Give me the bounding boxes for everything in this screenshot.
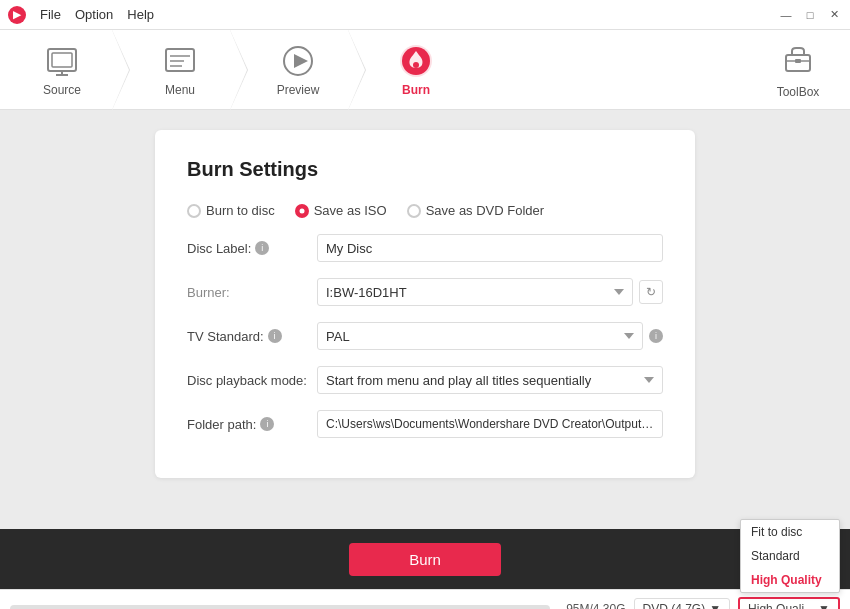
step-source[interactable]: Source — [12, 30, 112, 110]
svg-marker-9 — [294, 54, 308, 68]
playback-mode-wrap: Start from menu and play all titles sequ… — [317, 366, 663, 394]
progress-bar — [10, 605, 550, 610]
burner-row: Burner: I:BW-16D1HT ↻ — [187, 278, 663, 306]
playback-mode-label: Disc playback mode: — [187, 373, 317, 388]
toolbar: Source Menu Preview Bur — [0, 30, 850, 110]
quality-option-standard[interactable]: Standard — [741, 544, 839, 568]
folder-path-row: Folder path: i — [187, 410, 663, 438]
disc-label-row: Disc Label: i — [187, 234, 663, 262]
menu-bar: File Option Help — [40, 7, 154, 22]
menu-label: Menu — [165, 83, 195, 97]
folder-path-info-icon[interactable]: i — [260, 417, 274, 431]
radio-label-iso: Save as ISO — [314, 203, 387, 218]
close-button[interactable]: ✕ — [826, 7, 842, 23]
quality-dropdown: Fit to disc Standard High Quality — [740, 519, 840, 593]
tv-standard-select[interactable]: PAL NTSC — [317, 322, 643, 350]
tv-standard-info-icon[interactable]: i — [268, 329, 282, 343]
burn-icon — [398, 43, 434, 79]
quality-wrap: High Quali... ▼ Fit to disc Standard Hig… — [738, 597, 840, 610]
step-arrow-inner-preview — [348, 30, 365, 110]
step-menu[interactable]: Menu — [130, 30, 230, 110]
svg-rect-15 — [795, 59, 801, 63]
settings-title: Burn Settings — [187, 158, 663, 181]
maximize-button[interactable]: □ — [802, 7, 818, 23]
menu-option[interactable]: Option — [75, 7, 113, 22]
tv-standard-row: TV Standard: i PAL NTSC i — [187, 322, 663, 350]
disc-type-button[interactable]: DVD (4.7G) ▼ — [634, 598, 731, 610]
burner-select[interactable]: I:BW-16D1HT — [317, 278, 633, 306]
svg-rect-1 — [52, 53, 72, 67]
window-controls: — □ ✕ — [778, 7, 842, 23]
step-arrow-inner-menu — [230, 30, 247, 110]
radio-circle-iso — [295, 204, 309, 218]
folder-path-wrap — [317, 410, 663, 438]
burner-label: Burner: — [187, 285, 317, 300]
radio-circle-burn — [187, 204, 201, 218]
quality-option-fit-to-disc[interactable]: Fit to disc — [741, 520, 839, 544]
app-logo: ▶ — [8, 6, 26, 24]
folder-path-label: Folder path: i — [187, 417, 317, 432]
source-label: Source — [43, 83, 81, 97]
burn-label: Burn — [402, 83, 430, 97]
svg-point-12 — [413, 62, 419, 68]
radio-save-as-iso[interactable]: Save as ISO — [295, 203, 387, 218]
quality-option-high-quality[interactable]: High Quality — [741, 568, 839, 592]
quality-label: High Quali... — [748, 602, 814, 610]
tv-standard-label: TV Standard: i — [187, 329, 317, 344]
tv-standard-info2-icon[interactable]: i — [649, 329, 663, 343]
status-disc-wrap: DVD (4.7G) ▼ — [634, 598, 731, 610]
playback-mode-select[interactable]: Start from menu and play all titles sequ… — [317, 366, 663, 394]
status-size: 95M/4.30G — [566, 602, 625, 610]
quality-arrow: ▼ — [818, 602, 830, 610]
toolbox-label: ToolBox — [777, 85, 820, 99]
statusbar: 95M/4.30G DVD (4.7G) ▼ High Quali... ▼ F… — [0, 589, 850, 609]
source-icon — [44, 43, 80, 79]
burn-bar: Burn — [0, 529, 850, 589]
disc-label-label: Disc Label: i — [187, 241, 317, 256]
step-nav: Source Menu Preview Bur — [12, 30, 758, 110]
step-arrow-inner-source — [112, 30, 129, 110]
disc-label-info-icon[interactable]: i — [255, 241, 269, 255]
folder-path-input[interactable] — [317, 410, 663, 438]
quality-button[interactable]: High Quali... ▼ — [738, 597, 840, 610]
titlebar-left: ▶ File Option Help — [8, 6, 154, 24]
step-preview[interactable]: Preview — [248, 30, 348, 110]
radio-save-as-dvd-folder[interactable]: Save as DVD Folder — [407, 203, 545, 218]
burner-select-wrap: I:BW-16D1HT ↻ — [317, 278, 663, 306]
playback-mode-row: Disc playback mode: Start from menu and … — [187, 366, 663, 394]
menu-icon — [162, 43, 198, 79]
svg-rect-4 — [166, 49, 194, 71]
tv-standard-wrap: PAL NTSC i — [317, 322, 663, 350]
menu-help[interactable]: Help — [127, 7, 154, 22]
disc-label-input[interactable] — [317, 234, 663, 262]
burn-mode-row: Burn to disc Save as ISO Save as DVD Fol… — [187, 203, 663, 218]
settings-card: Burn Settings Burn to disc Save as ISO S… — [155, 130, 695, 478]
minimize-button[interactable]: — — [778, 7, 794, 23]
disc-type-arrow: ▼ — [709, 602, 721, 610]
disc-type-label: DVD (4.7G) — [643, 602, 706, 610]
toolbox-button[interactable]: ToolBox — [758, 30, 838, 110]
preview-icon — [280, 43, 316, 79]
preview-label: Preview — [277, 83, 320, 97]
radio-label-burn: Burn to disc — [206, 203, 275, 218]
titlebar: ▶ File Option Help — □ ✕ — [0, 0, 850, 30]
burner-refresh-button[interactable]: ↻ — [639, 280, 663, 304]
toolbox-icon — [780, 41, 816, 77]
main-content: Burn Settings Burn to disc Save as ISO S… — [0, 110, 850, 529]
menu-file[interactable]: File — [40, 7, 61, 22]
burn-button[interactable]: Burn — [349, 543, 501, 576]
radio-circle-dvd — [407, 204, 421, 218]
radio-burn-to-disc[interactable]: Burn to disc — [187, 203, 275, 218]
radio-label-dvd: Save as DVD Folder — [426, 203, 545, 218]
step-burn[interactable]: Burn — [366, 30, 466, 110]
